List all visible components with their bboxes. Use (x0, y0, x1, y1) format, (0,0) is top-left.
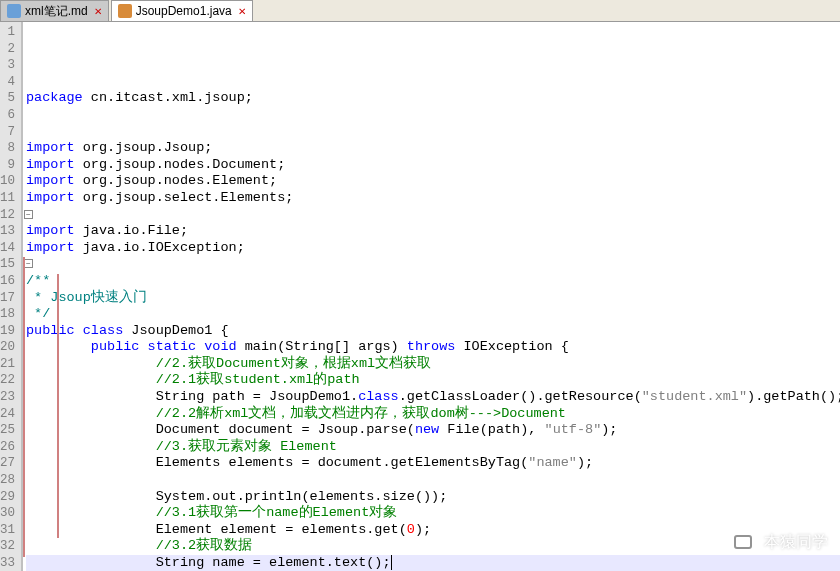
code-line[interactable]: * Jsoup快速入门 (26, 290, 840, 307)
code-line[interactable]: Element element = elements.get(0); (26, 522, 840, 539)
line-number: 6 (0, 107, 15, 124)
code-line[interactable]: Elements elements = document.getElements… (26, 455, 840, 472)
line-number: 15 (0, 256, 15, 273)
code-line[interactable]: String path = JsoupDemo1.class.getClassL… (26, 389, 840, 406)
java-icon (118, 4, 132, 18)
line-number: 18 (0, 306, 15, 323)
tab-xml-notes[interactable]: xml笔记.md ✕ (0, 0, 109, 21)
line-number: 31 (0, 522, 15, 539)
line-number: 29 (0, 489, 15, 506)
line-number: 11 (0, 190, 15, 207)
line-number: 22 (0, 372, 15, 389)
line-number: 12 (0, 207, 15, 224)
line-number: 19 (0, 323, 15, 340)
line-number: 25 (0, 422, 15, 439)
line-number: 8 (0, 140, 15, 157)
line-number-gutter: 1234567891011121314151617181920212223242… (0, 22, 22, 571)
line-number: 33 (0, 555, 15, 571)
code-editor[interactable]: 1234567891011121314151617181920212223242… (0, 22, 840, 571)
line-number: 27 (0, 455, 15, 472)
tab-jsoup-demo[interactable]: JsoupDemo1.java ✕ (111, 0, 253, 21)
code-line[interactable]: import org.jsoup.select.Elements; (26, 190, 840, 207)
line-number: 4 (0, 74, 15, 91)
tab-bar: xml笔记.md ✕ JsoupDemo1.java ✕ (0, 0, 840, 22)
watermark-text: 本猿同学 (764, 532, 828, 553)
markdown-icon (7, 4, 21, 18)
code-line[interactable]: //3.1获取第一个name的Element对象 (26, 505, 840, 522)
structure-guide (23, 257, 25, 557)
code-line[interactable]: import java.io.IOException; (26, 240, 840, 257)
code-line[interactable]: /** (26, 273, 840, 290)
code-line[interactable] (26, 107, 840, 124)
line-number: 20 (0, 339, 15, 356)
line-number: 3 (0, 57, 15, 74)
line-number: 7 (0, 124, 15, 141)
line-number: 32 (0, 538, 15, 555)
tab-label: xml笔记.md (25, 3, 88, 20)
code-line[interactable]: import org.jsoup.nodes.Document; (26, 157, 840, 174)
line-number: 1 (0, 24, 15, 41)
code-line[interactable]: //3.2获取数据 (26, 538, 840, 555)
tab-label: JsoupDemo1.java (136, 4, 232, 18)
structure-guide (57, 274, 59, 538)
line-number: 14 (0, 240, 15, 257)
line-number: 2 (0, 41, 15, 58)
code-line[interactable]: System.out.println(elements.size()); (26, 489, 840, 506)
code-line[interactable]: //2.获取Document对象，根据xml文档获取 (26, 356, 840, 373)
close-icon[interactable]: ✕ (94, 6, 102, 17)
code-line[interactable]: public static void main(String[] args) t… (26, 339, 840, 356)
line-number: 28 (0, 472, 15, 489)
line-number: 26 (0, 439, 15, 456)
code-line[interactable] (26, 256, 840, 273)
code-line[interactable] (26, 124, 840, 141)
code-line[interactable]: String name = element.text(); (26, 555, 840, 571)
code-line[interactable]: */ (26, 306, 840, 323)
line-number: 23 (0, 389, 15, 406)
code-line[interactable]: import org.jsoup.Jsoup; (26, 140, 840, 157)
line-number: 5 (0, 90, 15, 107)
code-area[interactable]: package cn.itcast.xml.jsoup;import org.j… (23, 22, 840, 571)
wechat-icon (730, 529, 756, 555)
code-line[interactable]: //2.2解析xml文档，加载文档进内存，获取dom树--->Document (26, 406, 840, 423)
line-number: 24 (0, 406, 15, 423)
code-line[interactable]: import java.io.File; (26, 223, 840, 240)
close-icon[interactable]: ✕ (238, 6, 246, 17)
code-line[interactable]: //3.获取元素对象 Element (26, 439, 840, 456)
watermark: 本猿同学 (730, 529, 828, 555)
line-number: 10 (0, 173, 15, 190)
line-number: 30 (0, 505, 15, 522)
code-line[interactable] (26, 207, 840, 224)
code-line[interactable]: public class JsoupDemo1 { (26, 323, 840, 340)
code-line[interactable] (26, 472, 840, 489)
code-line[interactable]: Document document = Jsoup.parse(new File… (26, 422, 840, 439)
line-number: 13 (0, 223, 15, 240)
code-line[interactable]: //2.1获取student.xml的path (26, 372, 840, 389)
code-line[interactable]: import org.jsoup.nodes.Element; (26, 173, 840, 190)
code-line[interactable]: package cn.itcast.xml.jsoup; (26, 90, 840, 107)
line-number: 21 (0, 356, 15, 373)
line-number: 17 (0, 290, 15, 307)
line-number: 16 (0, 273, 15, 290)
line-number: 9 (0, 157, 15, 174)
